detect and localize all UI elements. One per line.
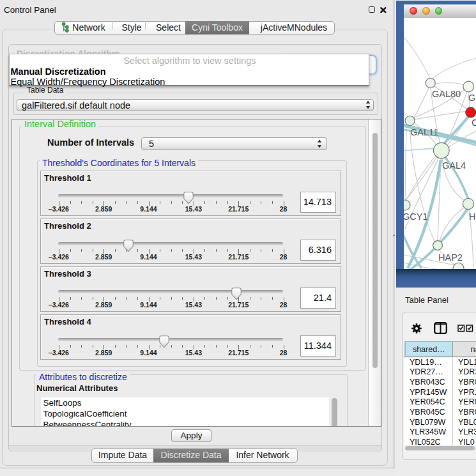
svg-text:H: H (469, 211, 475, 222)
svg-text:GCY1: GCY1 (404, 211, 428, 222)
svg-text:GAL4: GAL4 (442, 160, 466, 171)
svg-text:C: C (472, 118, 476, 128)
svg-text:HAP2: HAP2 (438, 252, 463, 263)
svg-text:G..: G.. (468, 93, 476, 103)
svg-text:GAL11: GAL11 (410, 127, 438, 137)
svg-text:GAL80: GAL80 (432, 89, 461, 99)
